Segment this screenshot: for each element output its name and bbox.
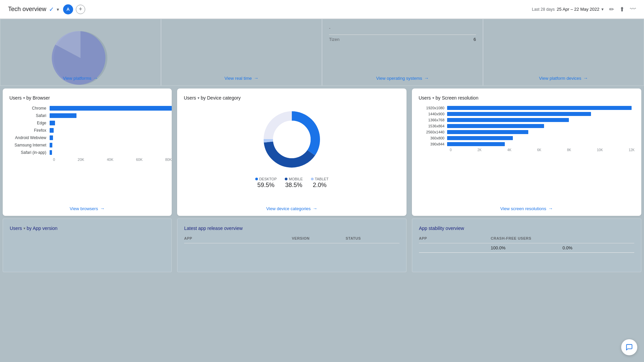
resolution-chart-title: Users ▾ by Screen resolution	[419, 95, 635, 101]
view-platform-devices-link[interactable]: View platform devices →	[490, 75, 637, 81]
resolution-bar-row: 644x362	[419, 106, 635, 110]
status-col-header: STATUS	[346, 236, 400, 240]
title-dropdown-icon[interactable]: ▾	[57, 7, 59, 12]
res-bar-container	[447, 106, 635, 110]
mobile-pct: 38.5%	[285, 182, 302, 189]
res-bar-container	[447, 130, 635, 134]
resolution-title-dropdown[interactable]: ▾	[432, 96, 434, 100]
middle-section: Users ▾ by Browser Chrome Safari Edge Fi…	[0, 86, 644, 219]
donut-chart	[184, 106, 400, 173]
view-resolutions-arrow: →	[548, 206, 553, 211]
res-bar-container	[447, 118, 635, 122]
app-stability-card: App stability overview APP CRASH-FREE US…	[412, 219, 641, 272]
browser-bar-fill	[50, 106, 172, 111]
view-platforms-link[interactable]: View platforms →	[7, 75, 154, 81]
device-legend: DESKTOP 59.5% MOBILE 38.5% TABLET	[184, 177, 400, 189]
browser-bar-fill	[50, 121, 55, 125]
view-device-categories-link[interactable]: View device categories →	[184, 206, 400, 211]
browser-title-dropdown[interactable]: ▾	[23, 96, 25, 100]
bottom-section: Users ▾ by App version Latest app releas…	[0, 219, 644, 275]
platforms-pie-chart	[7, 24, 154, 61]
tizen-value: 6	[474, 37, 476, 42]
res-bar-fill	[447, 142, 505, 146]
browser-bar-row: Firefox	[9, 128, 172, 133]
os-separator: -	[329, 24, 476, 32]
browser-bar-label: Samsung Internet	[9, 143, 50, 147]
os-panel: - Tizen 6 View operating systems →	[322, 19, 483, 86]
main-content: View platforms → View real time → - Tize…	[0, 19, 644, 275]
date-range-text: 25 Apr – 22 May 2022	[557, 7, 599, 12]
res-bar-fill	[447, 124, 544, 128]
platform-devices-panel: View platform devices →	[483, 19, 644, 86]
mobile-dot	[285, 178, 287, 180]
version-col-header: VERSION	[292, 236, 346, 240]
tizen-label: Tizen	[329, 37, 339, 42]
view-device-arrow: →	[313, 206, 317, 211]
resolution-bar-row: 2560x1440	[419, 130, 635, 134]
browser-chart-card: Users ▾ by Browser Chrome Safari Edge Fi…	[3, 88, 172, 216]
res-bar-container	[447, 142, 635, 146]
browser-bar-container	[50, 150, 172, 155]
app-version-title: Users ▾ by App version	[10, 226, 165, 231]
check-icon: ✓	[49, 6, 54, 13]
tablet-dot	[311, 178, 314, 180]
realtime-panel: View real time →	[161, 19, 322, 86]
app-version-dropdown[interactable]: ▾	[23, 226, 25, 231]
view-platform-devices-arrow: →	[583, 75, 588, 81]
view-realtime-link[interactable]: View real time →	[168, 75, 315, 81]
desktop-label: DESKTOP	[259, 177, 277, 181]
browser-bar-label: Firefox	[9, 128, 50, 133]
browser-bar-container	[50, 121, 172, 125]
svg-point-5	[273, 121, 311, 158]
resolution-bars: 644x362 1440x900 1366x768 1536x864 256…	[419, 106, 635, 146]
share-icon[interactable]: ⬆	[620, 6, 625, 13]
view-browsers-arrow: →	[100, 206, 105, 211]
browser-bar-fill	[50, 113, 76, 118]
browser-chart-title: Users ▾ by Browser	[9, 95, 172, 101]
mobile-label: MOBILE	[289, 177, 303, 181]
browser-bar-container	[50, 128, 172, 133]
topbar: Tech overview ✓ ▾ A + Last 28 days 25 Ap…	[0, 0, 644, 19]
browser-bar-fill	[50, 135, 53, 140]
edit-icon[interactable]: ✏	[609, 6, 614, 13]
resolution-chart-card: Users ▾ by Screen resolution 644x362 1…	[412, 88, 641, 216]
browser-bar-row: Chrome	[9, 106, 172, 111]
device-title-dropdown[interactable]: ▾	[198, 96, 200, 100]
browser-x-axis: 0 20K 40K 60K 80K	[53, 158, 172, 162]
stability-app-val	[419, 245, 491, 250]
crash-secondary: 0.0%	[562, 245, 634, 250]
view-os-link[interactable]: View operating systems →	[329, 75, 476, 81]
res-bar-fill	[447, 136, 513, 140]
browser-bar-label: Chrome	[9, 106, 50, 111]
desktop-pct: 59.5%	[257, 182, 274, 189]
browser-bar-row: Samsung Internet	[9, 143, 172, 147]
view-screen-resolutions-link[interactable]: View screen resolutions →	[419, 206, 635, 211]
add-button[interactable]: +	[76, 5, 85, 14]
browser-bar-label: Safari (in-app)	[9, 150, 50, 155]
browser-bar-label: Safari	[9, 113, 50, 118]
browser-bars: Chrome Safari Edge Firefox Android Webvi…	[9, 106, 172, 155]
view-browsers-link[interactable]: View browsers →	[9, 206, 165, 211]
browser-bar-container	[50, 135, 172, 140]
browser-bar-fill	[50, 143, 52, 147]
analytics-icon[interactable]: 〰	[630, 6, 636, 13]
resolution-bar-row: 390x844	[419, 142, 635, 146]
browser-bar-row: Android Webview	[9, 135, 172, 140]
tizen-row: Tizen 6	[329, 35, 476, 44]
avatar[interactable]: A	[63, 4, 73, 14]
res-bar-label: 2560x1440	[419, 130, 447, 134]
res-bar-label: 390x844	[419, 142, 447, 146]
res-bar-container	[447, 112, 635, 116]
crash-free-col: CRASH-FREE USERS	[491, 236, 562, 240]
browser-bar-row: Safari	[9, 113, 172, 118]
view-realtime-arrow: →	[254, 75, 259, 81]
resolution-bar-row: 1366x768	[419, 118, 635, 122]
browser-bar-container	[50, 143, 172, 147]
top-panels: View platforms → View real time → - Tize…	[0, 19, 644, 86]
view-os-arrow: →	[424, 75, 429, 81]
device-chart-title: Users ▾ by Device category	[184, 95, 400, 101]
tablet-label: TABLET	[315, 177, 329, 181]
resolution-x-axis: 0 2K 4K 6K 8K 10K 12K	[450, 148, 635, 152]
tablet-pct: 2.0%	[313, 182, 326, 189]
date-dropdown-icon[interactable]: ▾	[601, 7, 604, 12]
